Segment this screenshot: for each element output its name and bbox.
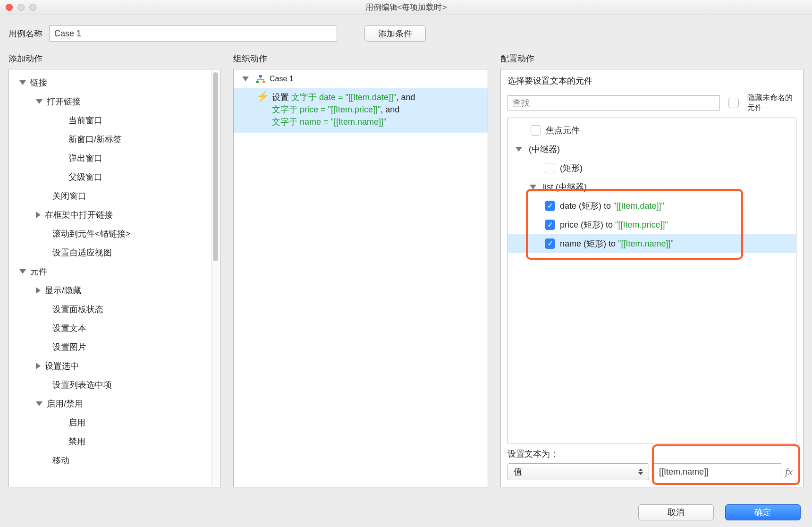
organize-action-panel: Case 1 ⚡ 设置 文字于 date = "[[Item.date]]", …: [233, 69, 488, 487]
action-text: 设置 文字于 date = "[[Item.date]]", and 文字于 p…: [272, 91, 415, 128]
svg-rect-2: [262, 81, 265, 83]
tree-open-link-newtab[interactable]: 新窗口/新标签: [10, 130, 220, 149]
widget-list-repeater[interactable]: list (中继器): [508, 178, 796, 196]
item-date-label: date (矩形) to "[[Item.date]]": [560, 200, 664, 212]
action-row-selected[interactable]: ⚡ 设置 文字于 date = "[[Item.date]]", and 文字于…: [234, 88, 488, 133]
tree-enable[interactable]: 启用: [10, 413, 220, 432]
tree-set-adaptive[interactable]: 设置自适应视图: [10, 243, 220, 262]
tree-open-link[interactable]: 打开链接: [10, 92, 220, 111]
widget-item-date[interactable]: date (矩形) to "[[Item.date]]": [508, 196, 796, 215]
tree-enable-disable[interactable]: 启用/禁用: [10, 394, 220, 413]
chevron-down-icon: [516, 147, 522, 152]
tree-set-image[interactable]: 设置图片: [10, 338, 220, 357]
case-row[interactable]: Case 1: [234, 69, 488, 88]
checkbox-checked[interactable]: [545, 220, 555, 230]
hide-unnamed-label: 隐藏未命名的元件: [747, 93, 796, 113]
tree-show-hide[interactable]: 显示/隐藏: [10, 281, 220, 300]
flow-icon: [255, 75, 265, 83]
configure-action-panel: 选择要设置文本的元件 隐藏未命名的元件 焦点元件 (中继器) (矩形): [500, 69, 804, 487]
chevron-down-icon: [19, 269, 26, 274]
widget-item-name[interactable]: name (矩形) to "[[Item.name]]": [508, 234, 796, 253]
widget-list: 焦点元件 (中继器) (矩形) list (中继器) date (矩形) to …: [507, 118, 796, 443]
tree-close-window[interactable]: 关闭窗口: [10, 187, 220, 205]
item-name-label: name (矩形) to "[[Item.name]]": [560, 238, 674, 249]
tree-set-selected[interactable]: 设置选中: [10, 357, 220, 375]
case-name-input[interactable]: [49, 26, 337, 42]
tree-disable[interactable]: 禁用: [10, 432, 220, 451]
organize-action-heading: 组织动作: [233, 53, 488, 64]
list-repeater-label: list (中继器): [543, 181, 587, 193]
repeater-parent-label: (中继器): [529, 144, 560, 155]
fx-value-input[interactable]: [654, 463, 781, 480]
case-label: Case 1: [270, 75, 294, 83]
tree-open-in-frame[interactable]: 在框架中打开链接: [10, 205, 220, 224]
checkbox[interactable]: [531, 125, 541, 136]
widget-rect-unnamed[interactable]: (矩形): [508, 159, 796, 178]
value-select-label: 值: [514, 466, 522, 477]
chevron-down-icon: [36, 99, 42, 104]
chevron-right-icon: [36, 363, 41, 369]
case-name-row: 用例名称 添加条件: [0, 15, 812, 44]
checkbox[interactable]: [545, 163, 555, 173]
scrollbar[interactable]: [211, 70, 220, 486]
tree-scroll-anchor[interactable]: 滚动到元件<锚链接>: [10, 224, 220, 243]
svg-rect-1: [256, 81, 259, 83]
chevron-down-icon: [242, 76, 249, 81]
lightning-icon: ⚡: [256, 91, 269, 102]
checkbox-checked[interactable]: [545, 201, 555, 211]
svg-rect-0: [259, 75, 262, 77]
tree-set-panel-state[interactable]: 设置面板状态: [10, 300, 220, 319]
cancel-button[interactable]: 取消: [638, 504, 714, 520]
add-action-panel: 链接 打开链接 当前窗口 新窗口/新标签 弹出窗口 父级窗口 关闭窗口 在框架中…: [8, 69, 221, 487]
tree-open-link-parent[interactable]: 父级窗口: [10, 168, 220, 187]
widget-focus-label: 焦点元件: [546, 125, 580, 136]
scrollbar-thumb[interactable]: [213, 72, 218, 261]
tree-set-text[interactable]: 设置文本: [10, 319, 220, 338]
window-title: 用例编辑<每项加载时>: [0, 2, 812, 13]
value-type-select[interactable]: 值: [507, 463, 649, 480]
chevron-right-icon: [36, 287, 41, 294]
tree-set-list-selected[interactable]: 设置列表选中项: [10, 375, 220, 394]
chevron-down-icon: [36, 401, 42, 406]
widget-focus-row[interactable]: 焦点元件: [508, 121, 796, 140]
add-condition-button[interactable]: 添加条件: [364, 26, 426, 42]
item-price-label: price (矩形) to "[[Item.price]]": [560, 219, 668, 230]
action-tree: 链接 打开链接 当前窗口 新窗口/新标签 弹出窗口 父级窗口 关闭窗口 在框架中…: [9, 69, 220, 474]
rect-unnamed-label: (矩形): [560, 162, 583, 174]
configure-action-heading: 配置动作: [500, 53, 804, 64]
ok-button[interactable]: 确定: [725, 504, 801, 520]
chevron-right-icon: [36, 212, 41, 218]
case-name-label: 用例名称: [8, 28, 42, 39]
set-text-as-label: 设置文本为：: [507, 448, 796, 459]
updown-icon: [638, 468, 643, 475]
titlebar: 用例编辑<每项加载时>: [0, 0, 812, 15]
tree-group-link[interactable]: 链接: [10, 73, 220, 92]
tree-move[interactable]: 移动: [10, 451, 220, 470]
select-widget-title: 选择要设置文本的元件: [507, 75, 796, 86]
tree-group-widget[interactable]: 元件: [10, 262, 220, 281]
hide-unnamed-checkbox[interactable]: [728, 98, 739, 108]
tree-open-link-current[interactable]: 当前窗口: [10, 111, 220, 130]
checkbox-checked[interactable]: [545, 238, 555, 249]
fx-button[interactable]: fx: [781, 466, 796, 478]
dialog-footer: 取消 确定: [638, 504, 801, 520]
add-action-heading: 添加动作: [8, 53, 221, 64]
chevron-down-icon: [19, 80, 26, 85]
widget-item-price[interactable]: price (矩形) to "[[Item.price]]": [508, 215, 796, 234]
search-input[interactable]: [507, 95, 720, 110]
widget-repeater-parent[interactable]: (中继器): [508, 140, 796, 159]
chevron-down-icon: [530, 185, 536, 189]
tree-open-link-popup[interactable]: 弹出窗口: [10, 149, 220, 168]
